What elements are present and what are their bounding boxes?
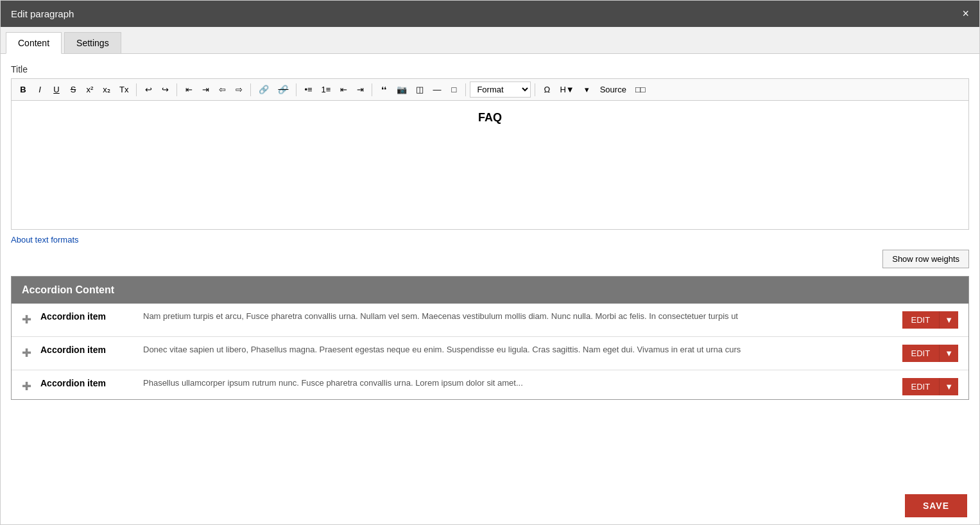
accordion-item-text: Nam pretium turpis et arcu, Fusce pharet…	[143, 311, 892, 321]
accordion-item-actions: EDIT ▼	[902, 311, 959, 329]
strikethrough-button[interactable]: S	[65, 82, 81, 97]
accordion-item-title: Accordion item	[40, 378, 143, 388]
accordion-item: ✚ Accordion item Nam pretium turpis et a…	[12, 304, 968, 337]
drag-handle-icon[interactable]: ✚	[22, 311, 31, 327]
about-formats-link[interactable]: About text formats	[11, 235, 969, 245]
accordion-item-text: Phasellus ullamcorper ipsum rutrum nunc.…	[143, 378, 892, 388]
redo-button[interactable]: ↪	[157, 82, 173, 97]
show-row-weights-button[interactable]: Show row weights	[882, 250, 969, 268]
tab-content[interactable]: Content	[6, 32, 62, 54]
edit-button-0[interactable]: EDIT	[902, 311, 940, 329]
title-label: Title	[11, 64, 969, 74]
omega-button[interactable]: Ω	[539, 82, 554, 97]
edit-button-1[interactable]: EDIT	[902, 345, 940, 362]
separator-4	[296, 83, 297, 96]
show-row-weights-area: Show row weights	[11, 245, 969, 273]
editor-content-text: FAQ	[22, 111, 958, 125]
edit-dropdown-button-0[interactable]: ▼	[939, 311, 958, 329]
edit-dropdown-button-2[interactable]: ▼	[939, 378, 958, 395]
modal-wrapper: Edit paragraph × Content Settings Title …	[0, 0, 980, 525]
lang-button[interactable]: ▾	[580, 82, 595, 97]
undo-button[interactable]: ↩	[141, 82, 156, 97]
subscript-button[interactable]: x₂	[99, 82, 114, 97]
bold-button[interactable]: B	[15, 82, 31, 97]
image-button[interactable]: 📷	[393, 82, 411, 97]
modal-close-button[interactable]: ×	[962, 7, 969, 21]
edit-dropdown-button-1[interactable]: ▼	[939, 345, 958, 362]
blockquote-button[interactable]: ❛❛	[376, 82, 391, 97]
fullscreen-button[interactable]: □□	[632, 82, 649, 97]
align-right-button[interactable]: ⇦	[214, 82, 230, 97]
italic-button[interactable]: I	[32, 82, 47, 97]
accordion-section: Accordion Content ✚ Accordion item Nam p…	[11, 276, 969, 400]
accordion-item-text: Donec vitae sapien ut libero, Phasellus …	[143, 345, 892, 354]
link-button[interactable]: 🔗	[255, 82, 273, 97]
table-button[interactable]: ◫	[412, 82, 427, 97]
align-center-button[interactable]: ⇥	[198, 82, 213, 97]
accordion-item-actions: EDIT ▼	[902, 378, 959, 395]
accordion-item-actions: EDIT ▼	[902, 345, 959, 362]
editor-content-area[interactable]: FAQ	[12, 101, 968, 229]
clear-format-button[interactable]: Tx	[116, 82, 132, 97]
accordion-item: ✚ Accordion item Phasellus ullamcorper i…	[12, 370, 968, 399]
accordion-item: ✚ Accordion item Donec vitae sapien ut l…	[12, 337, 968, 370]
editor-toolbar: B I U S x² x₂ Tx ↩ ↪ ⇤ ⇥ ⇦ ⇨ 🔗 🔗 •≡	[12, 79, 968, 101]
align-justify-button[interactable]: ⇨	[231, 82, 246, 97]
drag-handle-icon[interactable]: ✚	[22, 378, 31, 393]
ordered-list-button[interactable]: 1≡	[318, 82, 335, 97]
underline-button[interactable]: U	[49, 82, 64, 97]
separator-5	[372, 83, 372, 96]
save-bar: SAVE	[892, 486, 980, 525]
modal-header: Edit paragraph ×	[1, 1, 979, 27]
edit-button-2[interactable]: EDIT	[902, 378, 940, 395]
unordered-list-button[interactable]: •≡	[300, 82, 316, 97]
separator-7	[535, 83, 535, 96]
format-select[interactable]: Format Paragraph Heading 1 Heading 2	[470, 82, 531, 98]
hr-button[interactable]: —	[429, 82, 445, 97]
modal-title: Edit paragraph	[11, 8, 74, 19]
unlink-button[interactable]: 🔗	[274, 82, 292, 97]
accordion-header: Accordion Content	[12, 277, 968, 304]
drag-handle-icon[interactable]: ✚	[22, 345, 31, 360]
align-left-button[interactable]: ⇤	[181, 82, 196, 97]
tab-bar: Content Settings	[1, 27, 979, 54]
modal-body: Title B I U S x² x₂ Tx ↩ ↪ ⇤ ⇥ ⇦ ⇨ �	[1, 54, 979, 410]
separator-6	[465, 83, 466, 96]
source-button[interactable]: Source	[596, 82, 630, 97]
separator-3	[250, 83, 251, 96]
editor-container: B I U S x² x₂ Tx ↩ ↪ ⇤ ⇥ ⇦ ⇨ 🔗 🔗 •≡	[11, 78, 969, 230]
special-char-button[interactable]: □	[446, 82, 461, 97]
indent-button[interactable]: ⇥	[352, 82, 368, 97]
separator-1	[136, 83, 137, 96]
accordion-item-title: Accordion item	[40, 345, 143, 355]
save-button[interactable]: SAVE	[905, 494, 967, 517]
separator-2	[176, 83, 177, 96]
accordion-item-title: Accordion item	[40, 311, 143, 322]
outdent-button[interactable]: ⇤	[336, 82, 351, 97]
superscript-button[interactable]: x²	[82, 82, 98, 97]
heading-button[interactable]: H▼	[556, 82, 578, 97]
tab-settings[interactable]: Settings	[64, 32, 121, 53]
